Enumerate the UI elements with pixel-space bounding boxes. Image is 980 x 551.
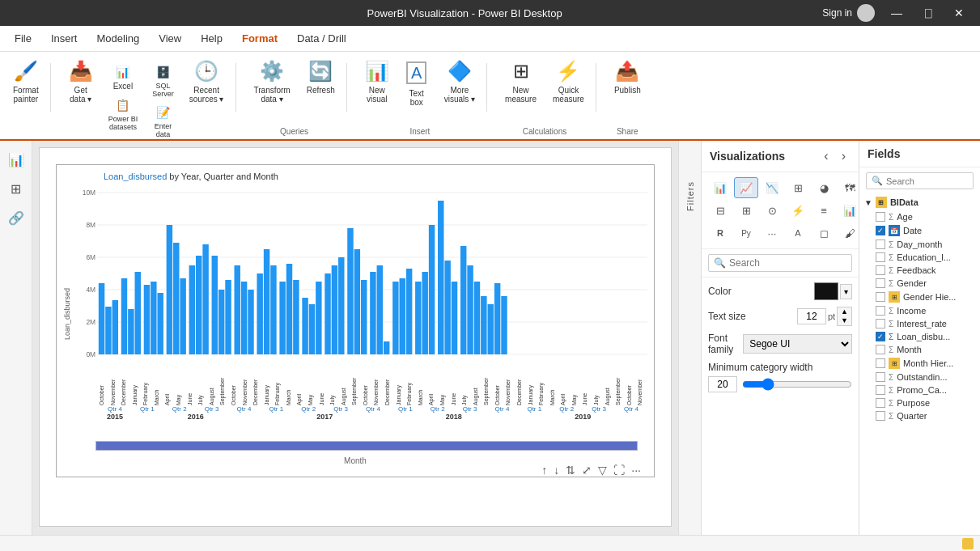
field-item-education[interactable]: Σ Education_l... [859, 251, 980, 264]
transform-data-button[interactable]: ⚙️ Transformdata ▾ [248, 58, 297, 107]
field-checkbox-day-month[interactable] [876, 239, 885, 249]
field-item-day-month[interactable]: Σ Day_month [859, 238, 980, 251]
field-item-gender[interactable]: Σ Gender [859, 277, 980, 290]
menu-item-format[interactable]: Format [234, 29, 286, 48]
chart-scrollbar[interactable] [95, 441, 638, 451]
get-data-button[interactable]: 📥 Getdata ▾ [62, 58, 100, 107]
menu-item-modeling[interactable]: Modeling [88, 29, 147, 48]
minimize-button[interactable]: — [885, 3, 909, 23]
viz-icon-slicer[interactable]: ≡ [812, 200, 836, 221]
min-cat-slider[interactable] [742, 378, 852, 391]
power-bi-datasets-button[interactable]: 📋 Power BIdatasets [104, 95, 142, 134]
text-size-up[interactable]: ▲ [838, 307, 851, 316]
text-size-input[interactable] [797, 308, 826, 324]
fields-search-input[interactable] [886, 176, 968, 186]
new-measure-button[interactable]: ⊞ Newmeasure [498, 58, 543, 107]
chart-filter-button[interactable]: ▽ [598, 464, 607, 477]
font-family-select[interactable]: Segoe UI Arial Calibri Times New Roman [743, 334, 852, 354]
viz-icon-text[interactable]: A [786, 223, 810, 244]
text-size-down[interactable]: ▼ [838, 316, 851, 325]
field-checkbox-month[interactable] [876, 345, 885, 354]
min-cat-input[interactable] [708, 376, 737, 392]
data-view-button[interactable]: ⊞ [4, 176, 28, 201]
chart-down-button[interactable]: ↓ [554, 464, 559, 477]
viz-icon-kpi[interactable]: ⚡ [786, 200, 810, 221]
viz-panel-prev[interactable]: ‹ [819, 147, 833, 165]
field-item-gender-hie[interactable]: ⊞ Gender Hie... [859, 290, 980, 304]
menu-item-file[interactable]: File [6, 29, 40, 48]
field-checkbox-purpose[interactable] [876, 398, 885, 408]
status-yellow-dot[interactable] [962, 538, 974, 549]
model-view-button[interactable]: 🔗 [4, 206, 28, 230]
publish-button[interactable]: 📤 Publish [608, 58, 647, 98]
field-checkbox-interest-rate[interactable] [876, 319, 885, 328]
viz-icon-table[interactable]: ⊟ [708, 200, 732, 221]
close-button[interactable]: ✕ [948, 3, 970, 23]
chart-expand-button[interactable]: ⤢ [582, 464, 592, 477]
field-item-quarter[interactable]: Σ Quarter [859, 409, 980, 422]
report-view-button[interactable]: 📊 [4, 147, 28, 172]
field-item-age[interactable]: Σ Age [859, 210, 980, 223]
viz-icon-custom[interactable]: ··· [760, 223, 784, 244]
new-visual-button[interactable]: 📊 Newvisual [358, 58, 396, 107]
field-item-loan-disbu[interactable]: ✓ Σ Loan_disbu... [859, 330, 980, 343]
viz-icon-gauge[interactable]: ⊙ [760, 200, 784, 221]
field-item-month-hie[interactable]: ⊞ Month Hier... [859, 356, 980, 371]
viz-icon-scatter[interactable]: ⊞ [786, 177, 810, 198]
field-item-purpose[interactable]: Σ Purpose [859, 396, 980, 409]
format-painter-button[interactable]: 🖌️ Formatpainter [6, 58, 45, 107]
viz-search-input[interactable] [729, 257, 851, 269]
chart-move-button[interactable]: ⇅ [566, 464, 575, 477]
sql-server-button[interactable]: 🗄️ SQLServer [148, 61, 178, 100]
menu-item-help[interactable]: Help [193, 29, 231, 48]
field-checkbox-education[interactable] [876, 252, 885, 262]
menu-item-insert[interactable]: Insert [43, 29, 86, 48]
field-checkbox-gender[interactable] [876, 278, 885, 288]
field-checkbox-quarter[interactable] [876, 411, 885, 421]
viz-icon-py[interactable]: Py [734, 223, 758, 244]
viz-panel-next[interactable]: › [837, 147, 851, 165]
field-checkbox-outstandin[interactable] [876, 372, 885, 382]
restore-button[interactable]: ⎕ [918, 3, 938, 23]
color-dropdown-button[interactable]: ▾ [840, 284, 852, 299]
more-visuals-button[interactable]: 🔷 Morevisuals ▾ [438, 58, 482, 107]
chart-fullscreen-button[interactable]: ⛶ [613, 464, 625, 477]
text-box-button[interactable]: A Textbox [399, 58, 435, 110]
viz-icon-matrix[interactable]: ⊞ [734, 200, 758, 221]
menu-item-view[interactable]: View [151, 29, 189, 48]
field-item-income[interactable]: Σ Income [859, 304, 980, 317]
field-item-feedback[interactable]: Σ Feedback [859, 264, 980, 277]
viz-icon-shapes[interactable]: ◻ [812, 223, 836, 244]
chart-up-button[interactable]: ↑ [541, 464, 547, 477]
color-swatch[interactable] [814, 282, 838, 300]
viz-icon-bar[interactable]: 📊 [708, 177, 732, 198]
field-checkbox-gender-hie[interactable] [876, 292, 885, 302]
field-checkbox-income[interactable] [876, 306, 885, 316]
field-item-month[interactable]: Σ Month [859, 343, 980, 356]
viz-icon-area[interactable]: 📉 [760, 177, 784, 198]
viz-icon-r[interactable]: R [708, 223, 732, 244]
field-item-interest-rate[interactable]: Σ Interest_rate [859, 317, 980, 330]
menu-item-data-drill[interactable]: Data / Drill [289, 29, 354, 48]
recent-sources-button[interactable]: 🕒 Recentsources ▾ [183, 58, 231, 107]
field-item-date[interactable]: ✓ 📅 Date [859, 223, 980, 238]
field-checkbox-age[interactable] [876, 212, 885, 222]
chart-more-button[interactable]: ··· [631, 464, 641, 477]
sign-in-area[interactable]: Sign in [822, 4, 875, 22]
field-item-outstandin[interactable]: Σ Outstandin... [859, 371, 980, 384]
refresh-button[interactable]: 🔄 Refresh [300, 58, 342, 98]
quick-measure-button[interactable]: ⚡ Quickmeasure [546, 58, 591, 107]
field-group-bidata-header[interactable]: ▼ ⊞ BIData [859, 194, 980, 210]
viz-icon-bar-selected[interactable]: 📈 [734, 177, 758, 198]
field-checkbox-feedback[interactable] [876, 265, 885, 275]
field-checkbox-month-hie[interactable] [876, 358, 885, 368]
enter-data-button[interactable]: 📝 Enterdata [148, 102, 178, 141]
field-checkbox-promo-ca[interactable] [876, 385, 885, 395]
excel-button[interactable]: 📊 Excel [104, 61, 142, 93]
field-item-promo-ca[interactable]: Σ Promo_Ca... [859, 384, 980, 396]
filters-panel[interactable]: Filters [678, 141, 701, 551]
viz-icon-pie[interactable]: ◕ [812, 177, 836, 198]
transform-data-icon: ⚙️ [260, 61, 284, 81]
field-checkbox-date[interactable]: ✓ [876, 226, 885, 235]
field-checkbox-loan-disbu[interactable]: ✓ [876, 332, 885, 341]
